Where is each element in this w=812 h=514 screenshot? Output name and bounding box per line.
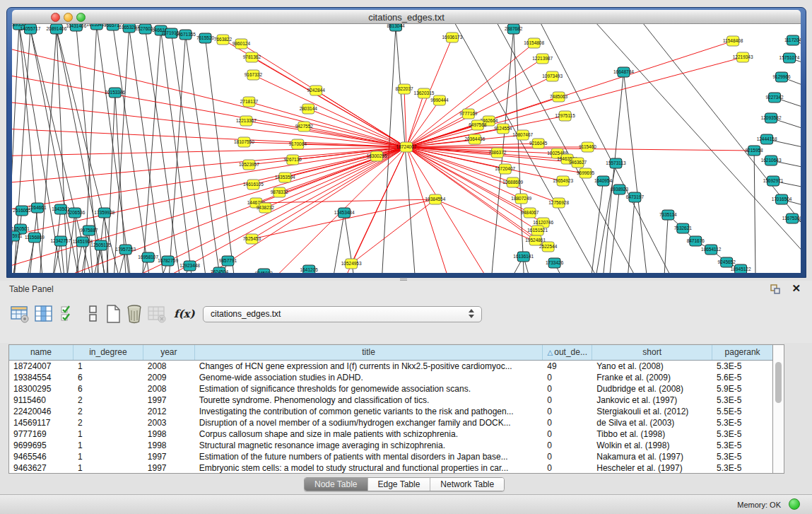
edge[interactable] xyxy=(12,236,13,273)
graph-node[interactable]: 9245012 xyxy=(255,269,273,273)
citation-edge[interactable] xyxy=(12,147,406,241)
graph-node[interactable]: 20891406 xyxy=(46,24,66,34)
graph-node[interactable]: 11548408 xyxy=(723,36,743,46)
graph-node[interactable]: 9990444 xyxy=(430,95,449,105)
table-row[interactable]: 2242004622012Investigating the contribut… xyxy=(9,406,772,417)
citation-edge[interactable] xyxy=(12,100,406,147)
graph-node[interactable]: 9242844 xyxy=(307,86,326,95)
graph-node[interactable]: 10807467 xyxy=(512,130,533,140)
network-graph[interactable]: 1893561140557172089140610431406161554179… xyxy=(12,24,801,273)
edge[interactable] xyxy=(169,35,186,273)
citation-edge[interactable] xyxy=(252,199,435,239)
edge[interactable] xyxy=(186,35,221,273)
table-row[interactable]: 1456911722003Disruption of a novel membe… xyxy=(9,417,772,428)
graph-node[interactable]: 17016504 xyxy=(772,194,792,204)
edge[interactable] xyxy=(146,29,181,273)
graph-node[interactable]: 9975887 xyxy=(80,226,98,235)
edge[interactable] xyxy=(591,181,604,273)
graph-node[interactable]: 16210643 xyxy=(761,156,782,165)
graph-node[interactable]: 16936173 xyxy=(442,33,462,42)
graph-node[interactable]: 2522544 xyxy=(539,242,558,252)
table-scrollbar[interactable] xyxy=(772,344,784,474)
graph-node[interactable]: 12093582 xyxy=(761,113,782,123)
graph-node[interactable]: 12923448 xyxy=(180,261,200,271)
graph-node[interactable]: 7615520 xyxy=(196,33,215,43)
edge[interactable] xyxy=(627,197,635,273)
graph-node[interactable]: 10523957 xyxy=(239,160,259,170)
citation-edge[interactable] xyxy=(351,199,435,264)
graph-node[interactable]: 1641205 xyxy=(300,265,319,273)
graph-node[interactable]: 9167332 xyxy=(245,70,263,80)
graph-node[interactable]: 12975115 xyxy=(555,111,575,121)
graph-node[interactable]: 19654923 xyxy=(553,176,573,186)
memory-status-indicator[interactable] xyxy=(789,498,800,510)
graph-node[interactable]: 2887682 xyxy=(505,24,523,34)
graph-node[interactable]: 16136141 xyxy=(513,252,534,262)
network-window-titlebar[interactable]: citations_edges.txt xyxy=(12,10,801,24)
scrollbar-thumb[interactable] xyxy=(775,362,782,403)
new-table-icon[interactable] xyxy=(103,304,123,324)
edge[interactable] xyxy=(114,28,129,273)
function-builder-button[interactable]: f(x) xyxy=(174,308,195,320)
graph-node[interactable]: 9129966 xyxy=(772,72,791,82)
graph-node[interactable]: 19384554 xyxy=(425,194,446,204)
graph-node[interactable]: 1640954 xyxy=(594,176,613,186)
graph-node[interactable]: 9463627 xyxy=(569,158,587,168)
float-window-icon[interactable] xyxy=(770,284,781,295)
edge[interactable] xyxy=(592,24,801,269)
table-row[interactable]: 969969511998Structural magnetic resonanc… xyxy=(9,440,772,451)
graph-node[interactable]: 16720407 xyxy=(495,164,515,174)
citation-edge[interactable] xyxy=(406,41,733,147)
graph-node[interactable]: 7335114 xyxy=(659,210,677,220)
graph-node[interactable]: 1264661 xyxy=(28,203,47,213)
table-row[interactable]: 1872400712008Changes of HCN gene express… xyxy=(9,361,772,372)
graph-node[interactable]: 20364436 xyxy=(464,134,485,144)
graph-node[interactable]: 15573113 xyxy=(606,158,626,168)
citation-edge[interactable] xyxy=(12,147,406,156)
select-mode-icon[interactable] xyxy=(59,304,79,324)
graph-node[interactable]: 16958107 xyxy=(138,252,158,262)
column-header-short[interactable]: short xyxy=(592,345,712,360)
citation-edge[interactable] xyxy=(406,57,743,147)
graph-node[interactable]: 9860124 xyxy=(233,39,251,49)
column-header-year[interactable]: year xyxy=(143,345,195,360)
table-row[interactable]: 946554611997Estimation of the future num… xyxy=(9,451,772,462)
table-row[interactable]: 911546021997Tourette syndrome. Phenomeno… xyxy=(9,395,772,406)
graph-node[interactable]: 9699695 xyxy=(577,168,595,178)
graph-node[interactable]: 9857791 xyxy=(219,256,237,266)
graph-node[interactable]: 17957253 xyxy=(115,245,136,255)
table-row[interactable]: 1830029562008Estimation of significance … xyxy=(9,383,772,395)
graph-node[interactable]: 6497568 xyxy=(469,120,487,130)
graph-node[interactable]: 9124554 xyxy=(494,124,512,134)
graph-node[interactable]: 14616105 xyxy=(243,180,264,189)
graph-node[interactable]: 7632621 xyxy=(674,223,693,233)
graph-node[interactable]: 16648784 xyxy=(613,67,634,77)
tab-edge-table[interactable]: Edge Table xyxy=(368,478,431,491)
graph-node[interactable]: 8215958 xyxy=(746,146,764,156)
graph-node[interactable]: 18807249 xyxy=(511,194,531,204)
graph-node[interactable]: 9115460 xyxy=(579,142,596,152)
graph-node[interactable]: 12756928 xyxy=(548,198,569,208)
close-panel-icon[interactable]: ✕ xyxy=(792,282,801,295)
graph-node[interactable]: 2803144 xyxy=(300,104,318,114)
graph-node[interactable]: 12342757 xyxy=(50,236,71,246)
graph-node[interactable]: 10524953 xyxy=(341,259,362,269)
graph-node[interactable]: 18300295 xyxy=(367,151,387,161)
graph-node[interactable]: 13620315 xyxy=(414,88,435,98)
column-header-out_de[interactable]: △out_de... xyxy=(543,345,592,360)
graph-node[interactable]: 10654112 xyxy=(701,245,722,255)
graph-node[interactable]: 10431406 xyxy=(66,24,86,31)
table-selector-dropdown[interactable]: citations_edges.txt xyxy=(203,306,482,322)
column-header-name[interactable]: name xyxy=(9,345,73,360)
column-header-pagerank[interactable]: pagerank xyxy=(712,345,772,360)
table-row[interactable]: 1938455462009Genome-wide association stu… xyxy=(9,372,772,383)
citation-edge[interactable] xyxy=(252,57,406,147)
graph-node[interactable]: 15751074 xyxy=(779,53,800,63)
edge[interactable] xyxy=(754,151,755,273)
graph-node[interactable]: 15692971 xyxy=(763,176,784,186)
graph-node[interactable]: 9878332 xyxy=(271,187,289,197)
citation-edge[interactable] xyxy=(253,75,406,147)
graph-node[interactable]: 6473197 xyxy=(626,192,645,202)
graph-node[interactable]: 16154808 xyxy=(524,38,544,48)
citation-edge[interactable] xyxy=(406,147,495,273)
